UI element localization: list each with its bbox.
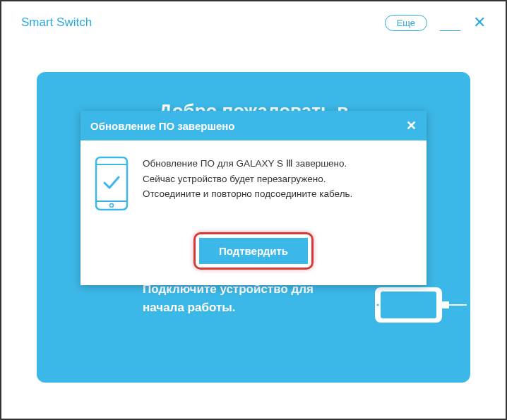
phone-check-icon — [95, 156, 129, 214]
svg-point-2 — [377, 304, 379, 306]
minimize-icon[interactable]: __ — [440, 19, 460, 26]
dialog-title: Обновление ПО завершено — [90, 120, 234, 132]
update-complete-dialog: Обновление ПО завершено ✕ Обновление ПО … — [80, 111, 427, 285]
dialog-footer: Подтвердить — [80, 227, 427, 285]
connect-line2: начала работы. — [143, 301, 235, 314]
dialog-line2: Сейчас устройство будет перезагружено. — [143, 174, 326, 184]
app-header: Smart Switch Еще __ ✕ — [1, 1, 506, 44]
dialog-message: Обновление ПО для GALAXY S Ⅲ завершено. … — [143, 156, 352, 202]
dialog-line3: Отсоедините и повторно подсоедините кабе… — [143, 188, 352, 199]
app-title: Smart Switch — [21, 16, 92, 30]
phone-device-icon — [375, 280, 467, 332]
header-controls: Еще __ ✕ — [385, 13, 486, 32]
more-button[interactable]: Еще — [385, 15, 427, 31]
dialog-body: Обновление ПО для GALAXY S Ⅲ завершено. … — [80, 140, 427, 227]
confirm-button[interactable]: Подтвердить — [199, 238, 308, 264]
svg-rect-1 — [381, 292, 436, 318]
connect-instructions: Подключите устройство для начала работы. — [143, 280, 314, 316]
svg-point-8 — [110, 204, 114, 208]
dialog-close-icon[interactable]: ✕ — [406, 118, 417, 133]
close-icon[interactable]: ✕ — [473, 13, 486, 32]
confirm-highlight: Подтвердить — [193, 232, 314, 270]
svg-rect-3 — [442, 301, 449, 308]
dialog-header: Обновление ПО завершено ✕ — [80, 111, 427, 140]
dialog-line1: Обновление ПО для GALAXY S Ⅲ завершено. — [143, 158, 347, 169]
